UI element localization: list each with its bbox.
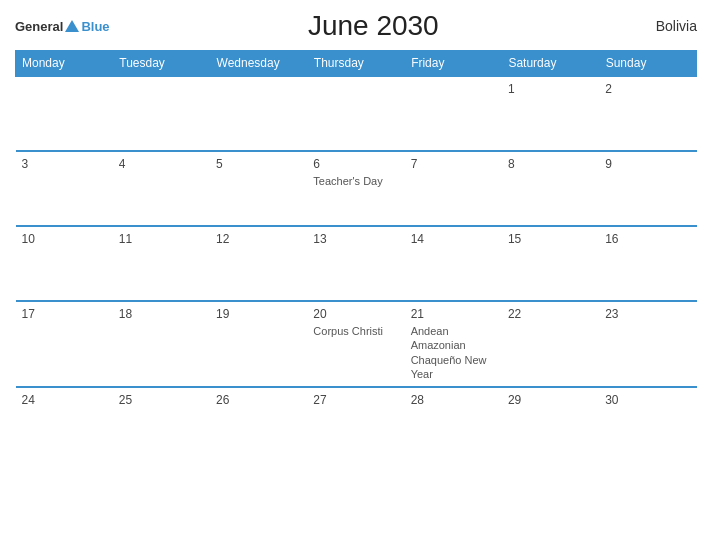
day-number: 28 — [411, 393, 496, 407]
day-number: 24 — [22, 393, 107, 407]
calendar-cell: 11 — [113, 226, 210, 301]
day-number: 17 — [22, 307, 107, 321]
calendar-cell: 10 — [16, 226, 113, 301]
calendar-cell: 13 — [307, 226, 404, 301]
week-row-3: 10111213141516 — [16, 226, 697, 301]
calendar-cell — [307, 76, 404, 151]
day-number: 2 — [605, 82, 690, 96]
calendar-cell: 4 — [113, 151, 210, 226]
calendar-cell — [405, 76, 502, 151]
calendar-cell: 7 — [405, 151, 502, 226]
calendar-cell: 25 — [113, 387, 210, 462]
day-number: 11 — [119, 232, 204, 246]
day-number: 9 — [605, 157, 690, 171]
weekday-header-monday: Monday — [16, 51, 113, 77]
day-number: 25 — [119, 393, 204, 407]
logo-general-text: General — [15, 19, 63, 34]
calendar-cell: 26 — [210, 387, 307, 462]
day-number: 12 — [216, 232, 301, 246]
event-label: Andean Amazonian Chaqueño New Year — [411, 324, 496, 381]
day-number: 21 — [411, 307, 496, 321]
calendar-cell: 28 — [405, 387, 502, 462]
day-number: 15 — [508, 232, 593, 246]
calendar-page: General Blue June 2030 Bolivia MondayTue… — [0, 0, 712, 550]
day-number: 18 — [119, 307, 204, 321]
day-number: 16 — [605, 232, 690, 246]
day-number: 22 — [508, 307, 593, 321]
month-title: June 2030 — [110, 10, 637, 42]
week-row-5: 24252627282930 — [16, 387, 697, 462]
logo-blue-text: Blue — [81, 19, 109, 34]
calendar-cell: 1 — [502, 76, 599, 151]
logo-triangle-icon — [65, 20, 79, 32]
day-number: 5 — [216, 157, 301, 171]
day-number: 1 — [508, 82, 593, 96]
weekday-header-sunday: Sunday — [599, 51, 696, 77]
day-number: 14 — [411, 232, 496, 246]
weekday-header-row: MondayTuesdayWednesdayThursdayFridaySatu… — [16, 51, 697, 77]
calendar-cell: 21Andean Amazonian Chaqueño New Year — [405, 301, 502, 387]
day-number: 26 — [216, 393, 301, 407]
calendar-cell: 30 — [599, 387, 696, 462]
calendar-cell: 20Corpus Christi — [307, 301, 404, 387]
calendar-table: MondayTuesdayWednesdayThursdayFridaySatu… — [15, 50, 697, 462]
weekday-header-saturday: Saturday — [502, 51, 599, 77]
day-number: 13 — [313, 232, 398, 246]
calendar-cell: 14 — [405, 226, 502, 301]
calendar-cell: 17 — [16, 301, 113, 387]
calendar-cell: 18 — [113, 301, 210, 387]
calendar-cell — [16, 76, 113, 151]
country-label: Bolivia — [637, 18, 697, 34]
calendar-cell: 9 — [599, 151, 696, 226]
day-number: 19 — [216, 307, 301, 321]
day-number: 3 — [22, 157, 107, 171]
week-row-4: 17181920Corpus Christi21Andean Amazonian… — [16, 301, 697, 387]
day-number: 27 — [313, 393, 398, 407]
calendar-cell: 24 — [16, 387, 113, 462]
event-label: Corpus Christi — [313, 324, 398, 338]
day-number: 4 — [119, 157, 204, 171]
calendar-cell: 6Teacher's Day — [307, 151, 404, 226]
day-number: 10 — [22, 232, 107, 246]
week-row-1: 12 — [16, 76, 697, 151]
calendar-cell: 29 — [502, 387, 599, 462]
weekday-header-wednesday: Wednesday — [210, 51, 307, 77]
weekday-header-tuesday: Tuesday — [113, 51, 210, 77]
day-number: 20 — [313, 307, 398, 321]
calendar-cell: 27 — [307, 387, 404, 462]
day-number: 6 — [313, 157, 398, 171]
calendar-cell: 22 — [502, 301, 599, 387]
event-label: Teacher's Day — [313, 174, 398, 188]
weekday-header-friday: Friday — [405, 51, 502, 77]
calendar-cell: 23 — [599, 301, 696, 387]
day-number: 8 — [508, 157, 593, 171]
calendar-cell: 19 — [210, 301, 307, 387]
calendar-cell: 3 — [16, 151, 113, 226]
week-row-2: 3456Teacher's Day789 — [16, 151, 697, 226]
day-number: 23 — [605, 307, 690, 321]
calendar-cell: 5 — [210, 151, 307, 226]
calendar-cell: 15 — [502, 226, 599, 301]
calendar-header: General Blue June 2030 Bolivia — [15, 10, 697, 42]
day-number: 30 — [605, 393, 690, 407]
calendar-cell: 2 — [599, 76, 696, 151]
calendar-cell: 16 — [599, 226, 696, 301]
calendar-cell — [113, 76, 210, 151]
logo: General Blue — [15, 19, 110, 34]
calendar-cell: 8 — [502, 151, 599, 226]
weekday-header-thursday: Thursday — [307, 51, 404, 77]
day-number: 7 — [411, 157, 496, 171]
day-number: 29 — [508, 393, 593, 407]
calendar-cell — [210, 76, 307, 151]
calendar-cell: 12 — [210, 226, 307, 301]
